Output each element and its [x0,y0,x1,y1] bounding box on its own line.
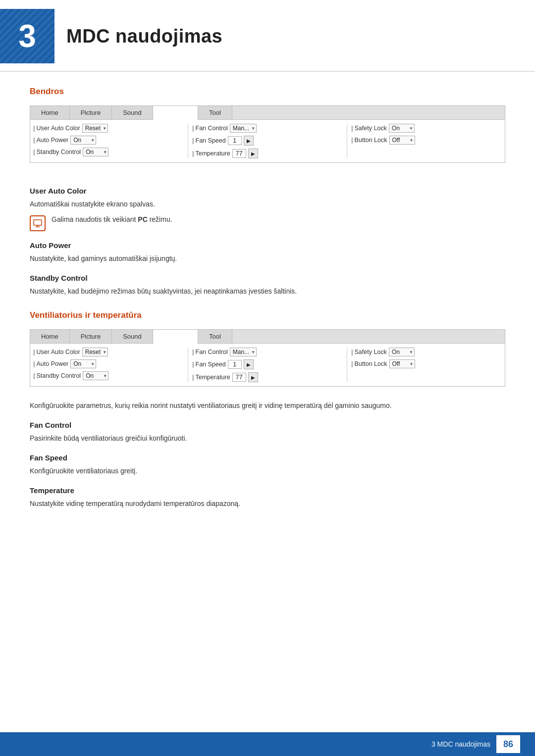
text-fan-control: Pasirinkite būdą ventiliatoriaus greičiu… [30,433,505,444]
ui-row-user-auto-color-1: User Auto Color Reset [33,124,184,133]
value-temperature-1: 77 [232,149,246,158]
page-title: MDC naudojimas [66,26,222,47]
dropdown-off-button-1[interactable]: Off [389,136,415,145]
dropdown-reset-2[interactable]: Reset [82,348,108,356]
note-row-pc: Galima naudotis tik veikiant PC režimu. [30,214,505,231]
label-standby-1: Standby Control [33,149,81,155]
ui-row-auto-power-2: Auto Power On [33,359,184,368]
section-title-bendros: Bendros [30,87,505,97]
tab-home-2[interactable]: Home [30,330,70,343]
subsection-fan-control: Fan Control [30,421,505,429]
ui-col-mid-2: Fan Control Man... Fan Speed 1 ▶ Tempera… [192,348,343,382]
ui-col-right-2: Safety Lock On Button Lock Off [351,348,502,382]
subsection-user-auto-color: User Auto Color [30,187,505,195]
arrow-temperature-1[interactable]: ▶ [248,149,258,158]
label-auto-power-1: Auto Power [33,137,68,144]
subsection-auto-power: Auto Power [30,241,505,250]
label-safety-lock-2: Safety Lock [351,349,387,355]
ui-row-standby-1: Standby Control On [33,148,184,156]
footer-page-number: 86 [496,735,520,753]
label-fan-speed-2: Fan Speed [192,361,226,368]
ui-row-button-lock-1: Button Lock Off [351,136,502,145]
arrow-temperature-2[interactable]: ▶ [248,372,258,382]
tab-sound-1[interactable]: Sound [112,106,153,119]
dropdown-on-standby-2[interactable]: On [83,371,108,380]
svg-rect-0 [34,220,42,225]
ui-row-fan-speed-1: Fan Speed 1 ▶ [192,136,343,146]
dropdown-on-safety-1[interactable]: On [389,124,415,133]
ui-col-right-1: Safety Lock On Button Lock Off [351,124,502,158]
ui-col-mid-1: Fan Control Man... Fan Speed 1 ▶ Tempera… [192,124,343,158]
value-fan-speed-1: 1 [228,136,242,145]
ui-body-2: User Auto Color Reset Auto Power On Stan… [30,344,505,386]
text-user-auto-color: Automatiškai nustatykite ekrano spalvas. [30,199,505,209]
ui-table-ventiliatorius: Home Picture Sound System Tool User Auto… [30,329,505,387]
label-button-lock-1: Button Lock [351,137,387,144]
tab-bar-1: Home Picture Sound System Tool [30,106,505,120]
config-text-ventiliatorius: Konfigūruokite parametrus, kurių reikia … [30,401,505,411]
label-auto-power-2: Auto Power [33,360,68,367]
tab-picture-1[interactable]: Picture [70,106,112,119]
tab-sound-2[interactable]: Sound [112,330,153,343]
ui-row-temperature-2: Temperature 77 ▶ [192,372,343,382]
page-footer: 3 MDC naudojimas 86 [0,732,535,756]
tab-tool-2[interactable]: Tool [198,330,232,343]
label-fan-control-2: Fan Control [192,349,228,355]
text-temperature: Nustatykite vidinę temperatūrą nurodydam… [30,499,505,509]
label-safety-lock-1: Safety Lock [351,125,387,132]
ui-row-auto-power-1: Auto Power On [33,136,184,145]
ui-row-safety-lock-1: Safety Lock On [351,124,502,133]
dropdown-man-1[interactable]: Man... [230,124,257,133]
value-temperature-2: 77 [232,373,246,382]
dropdown-man-2[interactable]: Man... [230,348,257,356]
ui-row-temperature-1: Temperature 77 ▶ [192,149,343,158]
tab-system-2[interactable]: System [153,330,198,344]
dropdown-on-standby-1[interactable]: On [83,148,108,156]
text-auto-power: Nustatykite, kad gaminys automatiškai įs… [30,253,505,264]
label-user-auto-color-2: User Auto Color [33,349,80,355]
tab-tool-1[interactable]: Tool [198,106,232,119]
text-standby-control: Nustatykite, kad budėjimo režimas būtų s… [30,286,505,297]
label-standby-2: Standby Control [33,372,81,379]
dropdown-off-button-2[interactable]: Off [389,359,415,368]
dropdown-on-autopower-1[interactable]: On [70,136,96,145]
arrow-fan-speed-2[interactable]: ▶ [244,359,254,369]
tab-home-1[interactable]: Home [30,106,70,119]
note-icon [30,215,46,231]
dropdown-on-safety-2[interactable]: On [389,348,415,356]
tab-system-1[interactable]: System [153,106,198,120]
label-temperature-1: Temperature [192,150,230,157]
main-content: Bendros Home Picture Sound System Tool U… [0,87,535,542]
ui-table-bendros: Home Picture Sound System Tool User Auto… [30,105,505,163]
label-fan-control-1: Fan Control [192,125,228,132]
label-button-lock-2: Button Lock [351,360,387,367]
label-temperature-2: Temperature [192,374,230,381]
subsection-fan-speed: Fan Speed [30,454,505,462]
ui-row-safety-lock-2: Safety Lock On [351,348,502,356]
tab-picture-2[interactable]: Picture [70,330,112,343]
ui-row-fan-control-1: Fan Control Man... [192,124,343,133]
subsection-standby-control: Standby Control [30,274,505,282]
tab-bar-2: Home Picture Sound System Tool [30,330,505,344]
ui-row-fan-control-2: Fan Control Man... [192,348,343,356]
page-header: 3 MDC naudojimas [0,0,535,72]
section-title-ventiliatorius: Ventiliatorius ir temperatūra [30,310,505,320]
note-text-pc: Galima naudotis tik veikiant PC režimu. [52,214,172,225]
text-fan-speed: Konfigūruokite ventiliatoriaus greitį. [30,466,505,476]
ui-col-left-2: User Auto Color Reset Auto Power On Stan… [33,348,184,382]
subsection-temperature: Temperature [30,486,505,495]
ui-row-user-auto-color-2: User Auto Color Reset [33,348,184,356]
ui-body-1: User Auto Color Reset Auto Power On Stan… [30,120,505,162]
ui-row-fan-speed-2: Fan Speed 1 ▶ [192,359,343,369]
footer-text: 3 MDC naudojimas [431,740,490,748]
chapter-number: 3 [0,9,54,63]
dropdown-reset-1[interactable]: Reset [82,124,108,133]
label-fan-speed-1: Fan Speed [192,137,226,144]
value-fan-speed-2: 1 [228,360,242,369]
ui-col-left-1: User Auto Color Reset Auto Power On Stan… [33,124,184,158]
arrow-fan-speed-1[interactable]: ▶ [244,136,254,146]
ui-row-standby-2: Standby Control On [33,371,184,380]
ui-row-button-lock-2: Button Lock Off [351,359,502,368]
label-user-auto-color-1: User Auto Color [33,125,80,132]
dropdown-on-autopower-2[interactable]: On [70,359,96,368]
